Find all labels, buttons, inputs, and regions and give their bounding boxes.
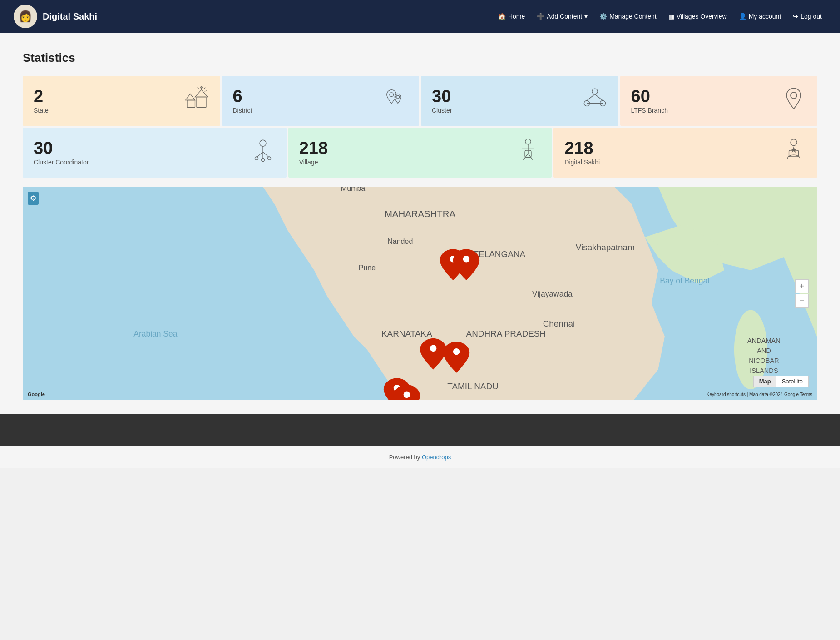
stat-info-district: 6 District [233, 88, 252, 114]
nav-item-villages-overview[interactable]: ▦ Villages Overview [664, 10, 731, 23]
map-type-map-button[interactable]: Map [754, 376, 776, 387]
stat-label-digital-sakhi: Digital Sakhi [564, 159, 600, 166]
stat-info-ltfs-branch: 60 LTFS Branch [631, 88, 668, 114]
svg-text:ANDAMAN: ANDAMAN [747, 337, 781, 344]
manage-content-icon: ⚙️ [599, 13, 607, 20]
home-icon: 🏠 [498, 13, 506, 20]
map-attribution: Google Keyboard shortcuts | Map data ©20… [23, 392, 817, 397]
svg-text:KARNATAKA: KARNATAKA [381, 329, 432, 338]
map-svg: MAHARASHTRA TELANGANA KARNATAKA ANDHRA P… [23, 187, 817, 400]
svg-point-11 [592, 89, 597, 94]
nav-item-add-content[interactable]: ➕ Add Content ▾ [532, 10, 592, 23]
powered-by-link[interactable]: Opendrops [422, 454, 451, 461]
stat-card-ltfs-branch: 60 LTFS Branch [620, 76, 818, 126]
keyboard-shortcuts[interactable]: Keyboard shortcuts [707, 392, 746, 397]
svg-text:TELANGANA: TELANGANA [473, 249, 525, 259]
map-pin-group-icon [383, 86, 408, 116]
map-type-controls: Map Satellite [753, 376, 809, 387]
zoom-in-button[interactable]: + [795, 279, 809, 293]
stat-info-digital-sakhi: 218 Digital Sakhi [564, 139, 600, 166]
svg-line-14 [587, 94, 595, 100]
svg-point-26 [525, 139, 531, 144]
svg-marker-34 [791, 146, 797, 153]
stat-number-district: 6 [233, 88, 252, 105]
person-star-icon [781, 138, 806, 168]
nav-link-manage-content[interactable]: ⚙️ Manage Content [595, 10, 661, 23]
nav-item-manage-content[interactable]: ⚙️ Manage Content [595, 10, 661, 23]
map-attribution-right: Keyboard shortcuts | Map data ©2024 Goog… [707, 392, 812, 397]
stat-label-cluster-coordinator: Cluster Coordinator [34, 159, 89, 166]
svg-line-21 [263, 152, 269, 158]
person-standing-icon [515, 138, 541, 168]
svg-line-8 [204, 91, 207, 92]
stat-number-ltfs-branch: 60 [631, 88, 668, 105]
stat-card-cluster-coordinator: 30 Cluster Coordinator [23, 128, 287, 178]
svg-point-17 [791, 92, 797, 99]
stats-row-1: 2 State 6 District [23, 76, 817, 126]
svg-text:Visakhapatnam: Visakhapatnam [576, 243, 635, 252]
people-network-icon [582, 86, 608, 116]
zoom-controls: + − [795, 279, 809, 308]
nav-link-my-account[interactable]: 👤 My account [734, 10, 786, 23]
stat-label-district: District [233, 107, 252, 114]
svg-text:TAMIL NADU: TAMIL NADU [447, 382, 499, 391]
stat-number-cluster: 30 [432, 88, 452, 105]
stat-info-cluster-coordinator: 30 Cluster Coordinator [34, 139, 89, 166]
brand-name: Digital Sakhi [43, 11, 97, 22]
stat-number-village: 218 [299, 139, 328, 157]
svg-line-30 [528, 154, 533, 160]
stat-info-village: 218 Village [299, 139, 328, 166]
stat-label-cluster: Cluster [432, 107, 452, 114]
svg-point-10 [396, 95, 400, 99]
footer-light: Powered by Opendrops [0, 446, 840, 468]
nav-link-add-content[interactable]: ➕ Add Content ▾ [532, 10, 592, 23]
powered-by-text: Powered by [389, 454, 420, 461]
farm-icon [184, 86, 209, 116]
svg-text:Vijayawada: Vijayawada [532, 289, 573, 298]
google-logo: Google [28, 392, 45, 397]
navbar: 👩 Digital Sakhi 🏠 Home ➕ Add Content ▾ ⚙… [0, 0, 840, 33]
svg-point-9 [390, 93, 394, 97]
stat-number-digital-sakhi: 218 [564, 139, 600, 157]
map-settings-control[interactable]: ⚙ [28, 192, 39, 205]
svg-text:Nanded: Nanded [387, 237, 413, 245]
stat-info-state: 2 State [34, 88, 49, 114]
person-network-icon [250, 138, 276, 168]
svg-line-6 [197, 88, 199, 89]
svg-rect-2 [197, 97, 206, 108]
svg-line-15 [595, 94, 603, 100]
svg-point-64 [463, 256, 470, 263]
stat-number-cluster-coordinator: 30 [34, 139, 89, 157]
nav-link-villages-overview[interactable]: ▦ Villages Overview [664, 10, 731, 23]
stat-label-ltfs-branch: LTFS Branch [631, 107, 668, 114]
svg-line-20 [257, 152, 263, 158]
map-container[interactable]: MAHARASHTRA TELANGANA KARNATAKA ANDHRA P… [23, 187, 817, 400]
svg-text:ISLANDS: ISLANDS [750, 367, 778, 374]
villages-icon: ▦ [668, 13, 674, 20]
footer-dark [0, 414, 840, 446]
nav-item-logout[interactable]: ↪ Log out [788, 10, 826, 23]
brand-logo-link[interactable]: 👩 Digital Sakhi [14, 5, 494, 28]
svg-point-66 [453, 348, 460, 355]
map-data-text: Map data ©2024 Google Terms [749, 392, 812, 397]
stat-card-digital-sakhi: 218 Digital Sakhi [553, 128, 817, 178]
svg-text:ANDHRA PRADESH: ANDHRA PRADESH [466, 329, 546, 338]
svg-text:NICOBAR: NICOBAR [749, 357, 779, 364]
stat-card-village: 218 Village [288, 128, 552, 178]
nav-link-logout[interactable]: ↪ Log out [788, 10, 826, 23]
gear-icon: ⚙ [30, 194, 36, 202]
dropdown-chevron-icon: ▾ [584, 13, 588, 20]
svg-text:Mumbai: Mumbai [341, 187, 367, 192]
nav-item-my-account[interactable]: 👤 My account [734, 10, 786, 23]
zoom-out-button[interactable]: − [795, 294, 809, 308]
nav-link-home[interactable]: 🏠 Home [494, 10, 529, 23]
stats-title: Statistics [23, 51, 817, 65]
map-type-satellite-button[interactable]: Satellite [776, 376, 808, 387]
svg-point-32 [791, 139, 797, 146]
brand-logo: 👩 [14, 5, 37, 28]
add-content-icon: ➕ [537, 13, 544, 20]
nav-item-home[interactable]: 🏠 Home [494, 10, 529, 23]
main-nav: 🏠 Home ➕ Add Content ▾ ⚙️ Manage Content… [494, 10, 826, 23]
svg-line-7 [203, 88, 205, 89]
svg-text:MAHARASHTRA: MAHARASHTRA [385, 209, 456, 219]
